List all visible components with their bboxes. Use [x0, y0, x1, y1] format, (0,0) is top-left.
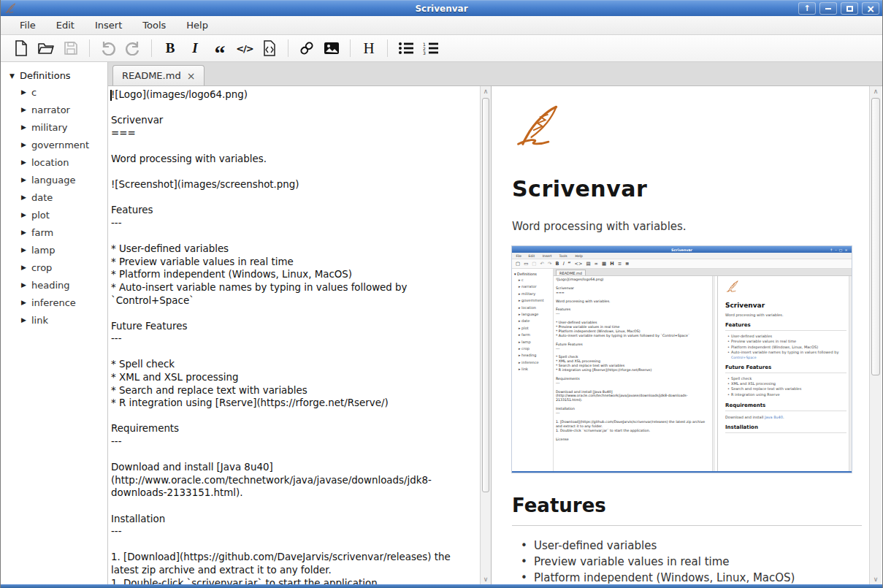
mini-tree-item: ▸ language [514, 311, 553, 318]
mini-editor-scrollbar [712, 276, 715, 471]
undo-icon [100, 41, 116, 56]
link-button[interactable] [297, 38, 317, 58]
tree-item[interactable]: ▶ c [1, 83, 107, 101]
tree-item[interactable]: ▶ language [1, 171, 107, 188]
minimize-button[interactable] [819, 2, 837, 15]
menu-file[interactable]: File [9, 17, 46, 34]
tree-item[interactable]: ▶ location [1, 153, 107, 171]
titlebar[interactable]: Scrivenvar [1, 0, 882, 16]
tree-item[interactable]: ▶ link [1, 311, 107, 329]
undo-button[interactable] [98, 38, 118, 58]
menu-tools[interactable]: Tools [132, 17, 176, 34]
tree-item-label: c [31, 87, 37, 98]
mini-tree-item: ▸ lamp [514, 339, 553, 345]
mini-titlebar: Scrivenvar ↑ – ▢ × [512, 246, 852, 253]
new-file-icon [14, 40, 28, 56]
tree-item[interactable]: ▶ government [1, 136, 107, 153]
image-button[interactable] [321, 38, 342, 58]
mini-requirements-text: Download and install Java 8u40. [725, 415, 846, 419]
mini-code-icon [575, 261, 583, 267]
definitions-list: ▶ c ▶ narrator ▶ military ▶ government [1, 83, 107, 329]
maximize-button[interactable] [841, 2, 858, 15]
tree-item[interactable]: ▶ crop [1, 259, 107, 276]
close-button[interactable] [862, 2, 879, 15]
markdown-editor[interactable]: ![Logo](images/logo64.png) Scrivenvar ==… [109, 86, 480, 584]
window-title: Scrivenvar [1, 4, 882, 14]
mini-tree-item: ▸ link [514, 366, 553, 373]
tree-item-label: crop [31, 262, 52, 273]
tree-item[interactable]: ▶ inference [1, 294, 107, 311]
toolbar: B I “ </> [1, 35, 882, 62]
mini-editor: ![Logo](images/logo64.png) Scrivenvar ==… [554, 276, 718, 471]
definitions-sidebar: ▼ Definitions ▶ c ▶ narrator ▶ military [1, 62, 108, 584]
feature-item: User-defined variables [512, 538, 862, 554]
scroll-up-icon[interactable]: ∧ [481, 86, 491, 96]
tree-item[interactable]: ▶ lamp [1, 241, 107, 259]
mini-features-list: User-defined variablesPreview variable v… [725, 334, 846, 356]
quote-button[interactable]: “ [210, 38, 230, 58]
tree-item[interactable]: ▶ narrator [1, 101, 107, 118]
mini-code-chip: Control+Space [725, 356, 846, 359]
tree-item-label: lamp [31, 245, 56, 256]
preview-scrollbar[interactable]: ∧ ∨ [869, 86, 882, 584]
mini-window-title: Scrivenvar [546, 248, 818, 252]
tree-item-label: inference [31, 297, 76, 308]
save-icon [64, 41, 78, 56]
scroll-down-icon[interactable]: ∨ [481, 574, 491, 584]
toolbar-separator [89, 39, 90, 57]
mini-heading-icon [610, 261, 613, 267]
preview-scroll-thumb[interactable] [871, 98, 880, 375]
quote-icon: “ [215, 50, 226, 57]
redo-button[interactable] [123, 38, 143, 58]
mini-tree-item: ▸ date [514, 318, 553, 324]
tree-item[interactable]: ▶ date [1, 188, 107, 206]
menu-help[interactable]: Help [176, 17, 218, 34]
open-file-button[interactable] [36, 38, 56, 58]
mini-feature-item: Preview variable values in real time [725, 339, 846, 344]
preview-tagline: Word processing with variables. [512, 220, 862, 233]
code-file-button[interactable] [259, 38, 280, 58]
tree-item[interactable]: ▶ heading [1, 276, 107, 294]
toolbar-separator [151, 39, 152, 57]
preview-pane: Scrivenvar Word processing with variable… [497, 86, 882, 584]
bullet-list-button[interactable] [396, 38, 416, 58]
unshade-button[interactable] [798, 2, 816, 15]
editor-scrollbar[interactable]: ∧ ∨ [480, 86, 491, 584]
collapsed-arrow-icon: ▶ [21, 123, 26, 131]
tree-item[interactable]: ▶ military [1, 118, 107, 136]
editor-scroll-thumb[interactable] [482, 98, 489, 492]
tab-label: README.md [122, 70, 181, 81]
mini-tree-item: ▸ farm [514, 332, 553, 338]
menu-insert[interactable]: Insert [85, 17, 132, 34]
mini-redo-icon [548, 261, 551, 267]
italic-button[interactable]: I [185, 38, 205, 58]
bold-button[interactable]: B [160, 38, 180, 58]
tree-root-definitions[interactable]: ▼ Definitions [1, 68, 107, 83]
new-file-button[interactable] [11, 38, 31, 58]
mini-tree-item: ▸ military [514, 291, 553, 297]
scroll-up-icon[interactable]: ∧ [870, 86, 882, 96]
tab-close-icon[interactable]: × [187, 70, 196, 82]
mini-window-bottom-border [512, 471, 852, 473]
tree-item[interactable]: ▶ farm [1, 224, 107, 241]
scroll-down-icon[interactable]: ∨ [870, 574, 882, 584]
mini-future-heading: Future Features [725, 364, 846, 373]
tree-item[interactable]: ▶ plot [1, 206, 107, 224]
tree-item-label: farm [31, 227, 53, 238]
bold-icon: B [166, 40, 175, 56]
save-file-button[interactable] [61, 38, 81, 58]
image-icon [324, 42, 340, 55]
italic-icon: I [192, 40, 197, 56]
expanded-arrow-icon: ▼ [9, 72, 15, 80]
tab-readme[interactable]: README.md × [112, 65, 204, 85]
code-button[interactable]: </> [234, 38, 255, 58]
collapsed-arrow-icon: ▶ [21, 176, 26, 183]
unshade-icon [803, 4, 810, 13]
menubar: File Edit Insert Tools Help [1, 16, 882, 35]
tabbar: README.md × [108, 62, 882, 86]
numbered-list-button[interactable]: 1 2 3 [421, 38, 441, 58]
tree-item-label: language [31, 175, 76, 186]
heading-button[interactable]: H [359, 38, 379, 58]
menu-edit[interactable]: Edit [46, 17, 85, 34]
mini-menu-item: Insert [543, 253, 552, 257]
